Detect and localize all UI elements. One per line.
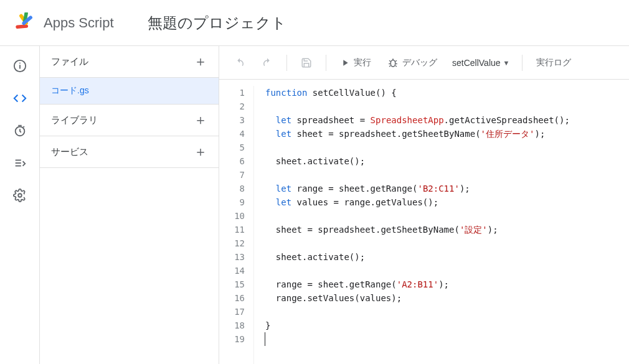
code-line[interactable]: [265, 305, 570, 319]
file-item[interactable]: コード.gs: [40, 78, 219, 105]
code-line[interactable]: [265, 168, 570, 182]
code-line[interactable]: let spreadsheet = SpreadsheetApp.getActi…: [265, 113, 570, 127]
line-number: 14: [219, 264, 245, 278]
rail-executions-icon[interactable]: [11, 154, 29, 172]
line-number: 13: [219, 250, 245, 264]
code-line[interactable]: }: [265, 319, 570, 332]
line-number: 4: [219, 127, 245, 141]
execution-log-label: 実行ログ: [536, 57, 571, 68]
toolbar-separator: [326, 55, 326, 71]
line-number: 17: [219, 305, 245, 319]
header: Apps Script 無題のプロジェクト: [0, 0, 629, 46]
debug-button[interactable]: デバッグ: [381, 54, 443, 72]
svg-point-6: [19, 63, 21, 64]
svg-line-19: [395, 65, 397, 67]
svg-point-11: [18, 194, 22, 197]
code-line[interactable]: let values = range.getValues();: [265, 195, 570, 209]
add-file-icon[interactable]: ＋: [194, 55, 207, 68]
sidebar-files-header: ファイル ＋: [40, 46, 219, 78]
line-number: 1: [219, 86, 245, 100]
code-editor[interactable]: 12345678910111213141516171819 function s…: [219, 80, 629, 364]
line-gutter: 12345678910111213141516171819: [219, 86, 254, 364]
toolbar-separator: [522, 55, 523, 71]
code-line[interactable]: function setCellValue() {: [265, 86, 570, 100]
main: ファイル ＋ コード.gs ライブラリ ＋ サービス ＋: [0, 46, 629, 364]
line-number: 10: [219, 209, 245, 223]
svg-line-18: [389, 65, 390, 67]
code-line[interactable]: let sheet = spreadsheet.getSheetByName('…: [265, 127, 570, 141]
toolbar: 実行 デバッグ setCellValue ▼ 実行ログ: [219, 46, 629, 80]
line-number: 11: [219, 223, 245, 236]
line-number: 7: [219, 168, 245, 182]
sidebar-services-header[interactable]: サービス ＋: [40, 136, 219, 168]
chevron-down-icon: ▼: [503, 59, 510, 67]
line-number: 8: [219, 182, 245, 195]
function-selected-label: setCellValue: [452, 58, 501, 68]
debug-label: デバッグ: [402, 57, 437, 68]
redo-button[interactable]: [255, 54, 279, 72]
left-rail: [0, 46, 40, 364]
svg-rect-0: [16, 24, 28, 28]
run-label: 実行: [354, 57, 371, 68]
toolbar-separator: [286, 55, 287, 71]
add-service-icon[interactable]: ＋: [194, 145, 207, 159]
rail-triggers-icon[interactable]: [11, 122, 29, 139]
svg-line-14: [389, 60, 390, 62]
sidebar-services-label: サービス: [51, 146, 88, 158]
apps-script-logo-icon: [12, 12, 35, 34]
code-line[interactable]: [265, 100, 570, 113]
save-button[interactable]: [295, 54, 318, 72]
line-number: 12: [219, 236, 245, 250]
svg-line-15: [395, 60, 397, 62]
code-line[interactable]: sheet = spreadsheet.getSheetByName('設定')…: [265, 223, 570, 236]
code-line[interactable]: range = sheet.getRange('A2:B11');: [265, 278, 570, 291]
undo-button[interactable]: [228, 54, 252, 72]
sidebar-library-header[interactable]: ライブラリ ＋: [40, 105, 219, 136]
code-line[interactable]: range.setValues(values);: [265, 291, 570, 305]
line-number: 16: [219, 291, 245, 305]
code-line[interactable]: [265, 236, 570, 250]
content: 実行 デバッグ setCellValue ▼ 実行ログ 123456789101…: [219, 46, 629, 364]
line-number: 19: [219, 332, 245, 346]
rail-editor-icon[interactable]: [11, 90, 29, 107]
project-title[interactable]: 無題のプロジェクト: [148, 13, 286, 33]
line-number: 2: [219, 100, 245, 113]
code-line[interactable]: [265, 332, 570, 346]
sidebar-library-label: ライブラリ: [51, 114, 98, 126]
line-number: 15: [219, 278, 245, 291]
line-number: 5: [219, 141, 245, 154]
execution-log-button[interactable]: 実行ログ: [530, 54, 577, 72]
line-number: 6: [219, 154, 245, 168]
rail-info-icon[interactable]: [11, 57, 29, 75]
sidebar-files-label: ファイル: [51, 56, 88, 68]
add-library-icon[interactable]: ＋: [194, 113, 207, 127]
function-select[interactable]: setCellValue ▼: [447, 54, 514, 72]
line-number: 3: [219, 113, 245, 127]
run-button[interactable]: 実行: [334, 54, 377, 72]
line-number: 9: [219, 195, 245, 209]
line-number: 18: [219, 319, 245, 332]
svg-point-12: [390, 60, 395, 67]
code-line[interactable]: let range = sheet.getRange('B2:C11');: [265, 182, 570, 195]
code-line[interactable]: sheet.activate();: [265, 154, 570, 168]
code-line[interactable]: [265, 264, 570, 278]
sidebar: ファイル ＋ コード.gs ライブラリ ＋ サービス ＋: [40, 46, 219, 364]
brand-label: Apps Script: [44, 15, 114, 31]
file-list: コード.gs: [40, 78, 219, 105]
code-line[interactable]: [265, 209, 570, 223]
code-line[interactable]: [265, 141, 570, 154]
code-line[interactable]: sheet.activate();: [265, 250, 570, 264]
code-content[interactable]: function setCellValue() { let spreadshee…: [254, 86, 570, 364]
rail-settings-icon[interactable]: [11, 187, 29, 204]
